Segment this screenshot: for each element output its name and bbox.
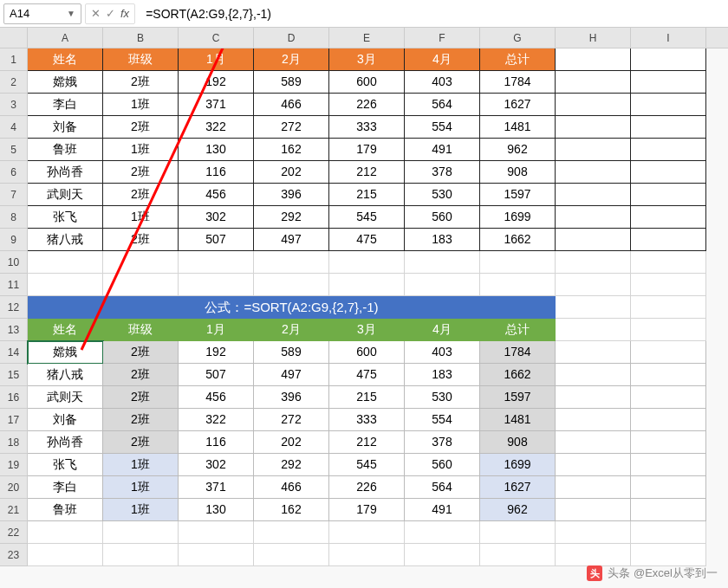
row-header[interactable]: 23 <box>0 544 28 566</box>
cell[interactable]: 姓名 <box>28 48 103 71</box>
cell[interactable] <box>405 251 480 274</box>
cell[interactable]: 嫦娥 <box>28 341 103 364</box>
column-header[interactable]: C <box>179 28 254 48</box>
cell[interactable]: 333 <box>329 116 405 139</box>
cell[interactable] <box>254 274 329 296</box>
cell[interactable]: 600 <box>329 71 405 94</box>
row-header[interactable]: 18 <box>0 431 28 454</box>
cell[interactable]: 武则天 <box>28 184 103 206</box>
cell[interactable]: 嫦娥 <box>28 71 103 94</box>
cell[interactable] <box>556 229 631 251</box>
cell[interactable]: 600 <box>329 341 405 364</box>
cell[interactable] <box>405 274 480 296</box>
cell[interactable]: 1班 <box>103 139 179 161</box>
cell[interactable]: 刘备 <box>28 409 103 431</box>
cell[interactable] <box>556 319 631 341</box>
cell[interactable]: 1597 <box>480 386 556 409</box>
column-header[interactable]: A <box>28 28 103 48</box>
cell[interactable] <box>631 161 706 184</box>
cell[interactable]: 215 <box>329 386 405 409</box>
column-header[interactable]: I <box>631 28 706 48</box>
cell[interactable] <box>405 544 480 566</box>
cell[interactable]: 560 <box>405 454 480 476</box>
cell[interactable]: 1784 <box>480 71 556 94</box>
row-header[interactable]: 15 <box>0 364 28 386</box>
cell[interactable]: 530 <box>405 184 480 206</box>
cell[interactable] <box>103 521 179 544</box>
cell[interactable]: 396 <box>254 184 329 206</box>
cell[interactable]: 116 <box>179 161 254 184</box>
cell[interactable]: 姓名 <box>28 319 103 341</box>
cell[interactable]: 1699 <box>480 454 556 476</box>
cell[interactable]: 475 <box>329 229 405 251</box>
cell[interactable]: 孙尚香 <box>28 161 103 184</box>
row-header[interactable]: 1 <box>0 48 28 71</box>
cell[interactable]: 371 <box>179 476 254 499</box>
row-header[interactable]: 7 <box>0 184 28 206</box>
cell[interactable]: 2班 <box>103 71 179 94</box>
cell[interactable]: 1班 <box>103 476 179 499</box>
accept-icon[interactable]: ✓ <box>106 7 115 20</box>
cell[interactable]: 466 <box>254 476 329 499</box>
cell[interactable] <box>556 251 631 274</box>
cell[interactable]: 2班 <box>103 341 179 364</box>
cell[interactable] <box>556 544 631 566</box>
cell[interactable] <box>556 499 631 521</box>
cell[interactable]: 507 <box>179 364 254 386</box>
cell[interactable]: 班级 <box>103 319 179 341</box>
cell[interactable] <box>179 251 254 274</box>
cell[interactable]: 908 <box>480 431 556 454</box>
cell[interactable]: 378 <box>405 431 480 454</box>
cell[interactable] <box>556 364 631 386</box>
cell[interactable] <box>329 544 405 566</box>
cell[interactable]: 564 <box>405 476 480 499</box>
cell[interactable]: 鲁班 <box>28 499 103 521</box>
cell[interactable]: 130 <box>179 499 254 521</box>
cell[interactable] <box>631 341 706 364</box>
cell[interactable]: 396 <box>254 386 329 409</box>
cell[interactable]: 497 <box>254 364 329 386</box>
cell[interactable] <box>254 544 329 566</box>
cell[interactable] <box>103 251 179 274</box>
cell[interactable]: 962 <box>480 139 556 161</box>
cell[interactable]: 564 <box>405 94 480 116</box>
cell[interactable]: 162 <box>254 499 329 521</box>
cell[interactable]: 4月 <box>405 319 480 341</box>
cell[interactable]: 孙尚香 <box>28 431 103 454</box>
cell[interactable]: 183 <box>405 364 480 386</box>
cell[interactable] <box>631 139 706 161</box>
cell[interactable]: 560 <box>405 206 480 229</box>
cell[interactable]: 张飞 <box>28 454 103 476</box>
cell[interactable]: 530 <box>405 386 480 409</box>
column-header[interactable]: G <box>480 28 556 48</box>
cell[interactable]: 猪八戒 <box>28 229 103 251</box>
cell[interactable]: 545 <box>329 206 405 229</box>
cell[interactable]: 2班 <box>103 364 179 386</box>
cell[interactable] <box>631 499 706 521</box>
row-header[interactable]: 12 <box>0 296 28 319</box>
cell[interactable]: 总计 <box>480 319 556 341</box>
cell[interactable]: 292 <box>254 454 329 476</box>
grid-area[interactable]: 姓名班级1月2月3月4月总计嫦娥2班1925896004031784李白1班37… <box>28 48 706 566</box>
cell[interactable]: 1月 <box>179 319 254 341</box>
cell[interactable]: 116 <box>179 431 254 454</box>
cell[interactable]: 554 <box>405 409 480 431</box>
cell[interactable]: 武则天 <box>28 386 103 409</box>
cell[interactable]: 292 <box>254 206 329 229</box>
cell[interactable]: 322 <box>179 409 254 431</box>
cell[interactable]: 2班 <box>103 386 179 409</box>
cell[interactable] <box>631 319 706 341</box>
cell[interactable]: 猪八戒 <box>28 364 103 386</box>
cell[interactable]: 456 <box>179 386 254 409</box>
cell[interactable] <box>631 251 706 274</box>
row-header[interactable]: 6 <box>0 161 28 184</box>
fx-icon[interactable]: fx <box>120 7 129 20</box>
cell[interactable]: 403 <box>405 71 480 94</box>
cell[interactable] <box>631 521 706 544</box>
cell[interactable]: 1627 <box>480 94 556 116</box>
cell[interactable] <box>28 521 103 544</box>
cell[interactable]: 272 <box>254 116 329 139</box>
cell[interactable] <box>556 71 631 94</box>
cell[interactable]: 908 <box>480 161 556 184</box>
cell[interactable]: 3月 <box>329 48 405 71</box>
